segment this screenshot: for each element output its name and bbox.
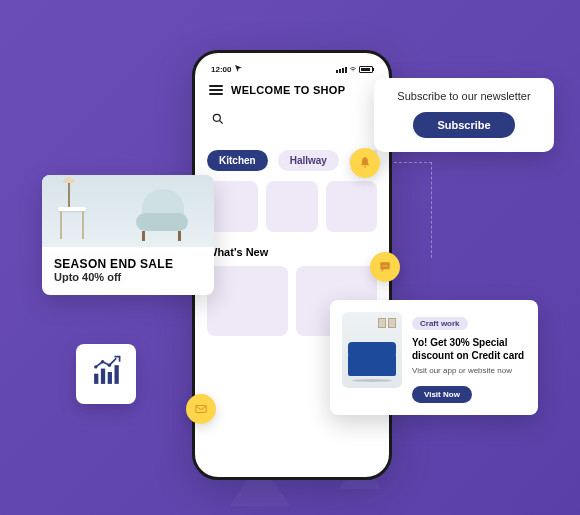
- discount-card-title: Yo! Get 30% Special discount on Credit c…: [412, 336, 526, 362]
- svg-point-7: [101, 360, 104, 363]
- page-title: WELCOME TO SHOP: [231, 84, 345, 96]
- product-tile[interactable]: [207, 181, 258, 232]
- svg-rect-5: [115, 365, 119, 384]
- section-title-whats-new: What's New: [207, 246, 377, 258]
- battery-icon: [359, 66, 373, 73]
- season-card-heading: SEASON END SALE: [54, 257, 202, 271]
- discount-card-image: [342, 312, 402, 388]
- discount-card-subtitle: Visit our app or website now: [412, 366, 526, 375]
- visit-now-button[interactable]: Visit Now: [412, 386, 472, 403]
- mail-icon[interactable]: [186, 394, 216, 424]
- signal-icon: [336, 67, 347, 73]
- svg-line-1: [220, 121, 223, 124]
- svg-point-9: [383, 265, 384, 266]
- bell-icon[interactable]: [350, 148, 380, 178]
- newsletter-title: Subscribe to our newsletter: [388, 90, 540, 102]
- svg-point-6: [94, 365, 97, 368]
- subscribe-button[interactable]: Subscribe: [413, 112, 514, 138]
- status-bar: 12:00: [207, 63, 377, 80]
- wifi-icon: [349, 65, 357, 74]
- location-icon: [235, 65, 242, 74]
- newsletter-card: Subscribe to our newsletter Subscribe: [374, 78, 554, 152]
- svg-point-10: [384, 265, 385, 266]
- chat-icon[interactable]: [370, 252, 400, 282]
- product-tile[interactable]: [266, 181, 317, 232]
- svg-rect-3: [101, 369, 105, 384]
- season-card-image: [42, 175, 214, 247]
- product-tile[interactable]: [207, 266, 288, 336]
- season-sale-card[interactable]: SEASON END SALE Upto 40% off: [42, 175, 214, 295]
- svg-point-8: [108, 364, 111, 367]
- search-icon: [211, 112, 225, 130]
- hamburger-menu-icon[interactable]: [209, 85, 223, 95]
- category-chip-kitchen[interactable]: Kitchen: [207, 150, 268, 171]
- analytics-icon: [89, 355, 123, 393]
- category-chip-hallway[interactable]: Hallway: [278, 150, 339, 171]
- product-tile[interactable]: [326, 181, 377, 232]
- svg-point-11: [386, 265, 387, 266]
- product-grid: [207, 181, 377, 232]
- svg-rect-2: [94, 374, 98, 384]
- discount-card: Craft work Yo! Get 30% Special discount …: [330, 300, 538, 415]
- discount-badge: Craft work: [412, 317, 468, 330]
- season-card-subtitle: Upto 40% off: [54, 271, 202, 283]
- search-input[interactable]: [207, 106, 377, 136]
- svg-rect-12: [196, 406, 207, 413]
- svg-rect-4: [108, 372, 112, 384]
- phone-frame: 12:00 WELCOME TO SHOP Kitchen Hallway Be…: [192, 50, 392, 480]
- svg-point-0: [213, 114, 220, 121]
- connector-line: [394, 162, 432, 258]
- analytics-box[interactable]: [76, 344, 136, 404]
- status-time: 12:00: [211, 65, 231, 74]
